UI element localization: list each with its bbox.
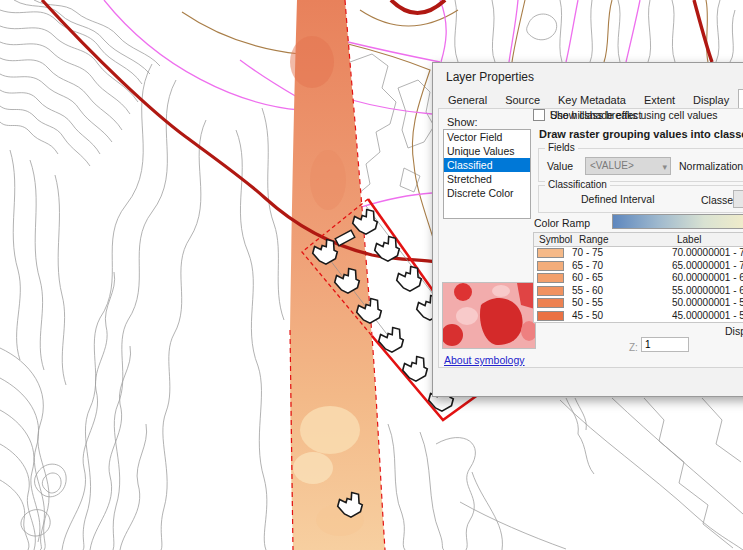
tab[interactable]: Key Metadata	[549, 90, 635, 109]
label-cell: 40.00000001 - 45	[662, 322, 743, 323]
class-color-swatch[interactable]	[537, 311, 564, 321]
table-header-row: Symbol Range Label	[534, 233, 743, 247]
checkbox[interactable]	[533, 109, 545, 121]
z-label: Z:	[629, 342, 638, 353]
label-cell: 45.00000001 - 50	[662, 310, 743, 323]
class-color-swatch[interactable]	[537, 298, 564, 308]
dialog-tab-strip: General Source Key Metadata Extent Displ…	[439, 89, 743, 109]
renderer-listbox[interactable]: Vector Field Unique Values Classified St…	[443, 129, 531, 219]
table-row[interactable]: 70 - 75 70.00000001 - 75	[534, 247, 743, 260]
table-row[interactable]: 65 - 70 65.00000001 - 70	[534, 260, 743, 273]
about-symbology-link[interactable]: About symbology	[444, 354, 525, 366]
table-row[interactable]: 55 - 60 55.00000001 - 60	[534, 285, 743, 298]
class-color-swatch[interactable]	[537, 273, 564, 283]
range-column-header: Range	[579, 233, 677, 246]
table-row[interactable]: 50 - 55 50.00000001 - 55	[534, 297, 743, 310]
range-cell: 55 - 60	[572, 285, 662, 298]
range-cell: 50 - 55	[572, 297, 662, 310]
value-dropdown[interactable]: <VALUE> ▾	[585, 157, 671, 175]
tab[interactable]: Source	[496, 90, 549, 109]
layer-properties-dialog[interactable]: Layer Properties General Source Key Meta…	[432, 62, 743, 397]
label-cell: 60.00000001 - 65	[662, 272, 743, 285]
classification-group-label: Classification	[545, 179, 610, 190]
table-row[interactable]: 40 - 45 40.00000001 - 45	[534, 322, 743, 323]
table-row[interactable]: 45 - 50 45.00000001 - 50	[534, 310, 743, 323]
normalization-label: Normalization	[679, 160, 743, 172]
renderer-list-item[interactable]: Unique Values	[444, 144, 530, 158]
fields-group-label: Fields	[545, 142, 578, 153]
table-body: 70 - 75 70.00000001 - 75 65 - 70 65.0000…	[534, 247, 743, 323]
label-cell: 50.00000001 - 55	[662, 297, 743, 310]
checkbox-row: Use hillshade effect	[533, 109, 641, 121]
range-cell: 40 - 45	[572, 322, 662, 323]
dialog-title: Layer Properties	[446, 70, 534, 84]
tab[interactable]: General	[439, 90, 496, 109]
tab[interactable]: Display	[684, 90, 738, 109]
show-label: Show:	[447, 116, 478, 128]
display-clipped-text: Disp	[725, 325, 743, 337]
symbology-preview-image	[442, 282, 536, 349]
range-cell: 65 - 70	[572, 260, 662, 273]
app-screen: Layer Properties General Source Key Meta…	[0, 0, 743, 550]
renderer-list-item[interactable]: Discrete Color	[444, 186, 530, 200]
symbology-tab-page: Show: Vector Field Unique Values Classif…	[438, 108, 743, 368]
tab[interactable]: Symbology	[738, 89, 743, 110]
range-cell: 60 - 65	[572, 272, 662, 285]
class-color-swatch[interactable]	[537, 261, 564, 271]
class-breaks-table[interactable]: Symbol Range Label 70 - 75 70.00000001 -…	[533, 232, 743, 323]
range-cell: 45 - 50	[572, 310, 662, 323]
label-cell: 70.00000001 - 75	[662, 247, 743, 260]
renderer-list-item[interactable]: Vector Field	[444, 130, 530, 144]
symbol-column-header: Symbol	[534, 233, 579, 246]
renderer-list-item[interactable]: Stretched	[444, 172, 530, 186]
classes-dropdown[interactable]	[733, 190, 743, 208]
checkbox-label: Use hillshade effect	[550, 109, 641, 121]
classification-groupbox: Classification Defined Interval Classes	[538, 185, 743, 213]
color-ramp-bar[interactable]	[612, 214, 743, 229]
fields-groupbox: Fields Value <VALUE> ▾ Normalization	[538, 148, 743, 182]
z-factor-input[interactable]	[641, 337, 689, 352]
label-cell: 55.00000001 - 60	[662, 285, 743, 298]
value-dropdown-text: <VALUE>	[590, 160, 634, 171]
raster-strip	[290, 0, 385, 550]
label-cell: 65.00000001 - 70	[662, 260, 743, 273]
label-column-header: Label	[677, 233, 743, 246]
color-ramp-label: Color Ramp	[534, 217, 590, 229]
class-color-swatch[interactable]	[537, 286, 564, 296]
table-row[interactable]: 60 - 65 60.00000001 - 65	[534, 272, 743, 285]
class-color-swatch[interactable]	[537, 248, 564, 258]
renderer-description: Draw raster grouping values into classes	[539, 128, 743, 140]
value-label: Value	[547, 160, 573, 172]
classification-method: Defined Interval	[581, 193, 655, 205]
range-cell: 70 - 75	[572, 247, 662, 260]
renderer-list-item[interactable]: Classified	[444, 158, 530, 172]
chevron-down-icon: ▾	[662, 159, 667, 175]
tab[interactable]: Extent	[635, 90, 684, 109]
